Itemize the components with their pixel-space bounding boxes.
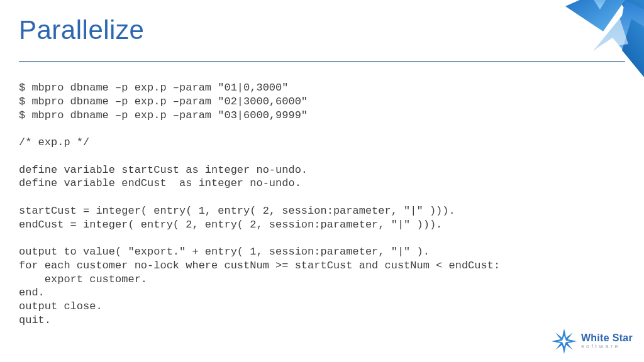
svg-marker-11	[564, 332, 573, 341]
corner-star-ornament	[499, 0, 644, 88]
footer-logo: White Star software	[551, 328, 633, 354]
svg-marker-9	[562, 341, 567, 354]
svg-marker-1	[606, 0, 644, 50]
svg-marker-2	[594, 0, 644, 75]
svg-marker-3	[565, 0, 625, 31]
svg-marker-15	[557, 336, 570, 347]
svg-marker-7	[562, 329, 567, 341]
page-title: Parallelize	[19, 15, 144, 45]
title-divider	[19, 61, 625, 62]
svg-marker-8	[564, 339, 577, 344]
svg-marker-14	[555, 332, 564, 341]
star-icon	[551, 328, 577, 354]
svg-marker-12	[564, 341, 573, 350]
svg-marker-10	[552, 339, 564, 344]
logo-sub: software	[581, 344, 633, 349]
svg-marker-13	[555, 341, 564, 350]
svg-marker-4	[622, 19, 644, 85]
svg-marker-5	[594, 16, 628, 49]
svg-marker-0	[575, 0, 644, 6]
slide: Parallelize $ mbpro dbname –p exp.p –par…	[0, 0, 644, 362]
svg-marker-6	[581, 0, 618, 9]
logo-text: White Star software	[581, 333, 633, 349]
logo-name: White Star	[581, 333, 633, 343]
code-block: $ mbpro dbname –p exp.p –param "01|0,300…	[19, 81, 625, 327]
